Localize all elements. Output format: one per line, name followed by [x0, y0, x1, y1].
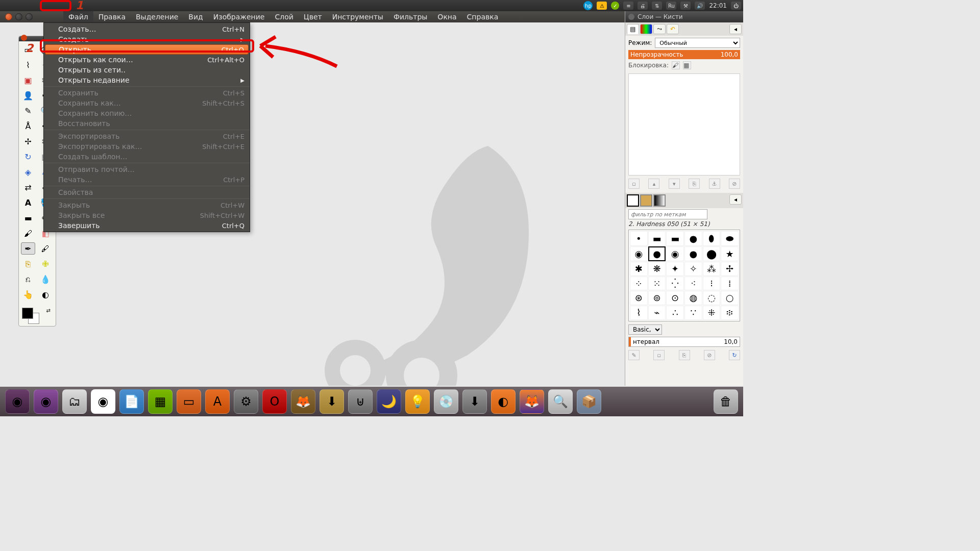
brush-item[interactable]: ∵: [684, 306, 702, 320]
brush-item[interactable]: ▬: [666, 231, 684, 246]
close-icon[interactable]: [21, 35, 27, 41]
airbrush-tool[interactable]: ✒: [21, 242, 35, 255]
settings-icon[interactable]: ⚙: [234, 389, 258, 414]
software-center-icon[interactable]: A: [205, 389, 230, 414]
blur-tool[interactable]: 💧: [38, 273, 53, 285]
tab-menu-button[interactable]: ◂: [729, 194, 742, 205]
window-minimize-button[interactable]: [15, 13, 22, 20]
foreground-select-tool[interactable]: 👤: [21, 89, 35, 102]
shear-tool[interactable]: ◈: [21, 166, 35, 178]
brasero-icon[interactable]: 💿: [434, 389, 458, 414]
menu-правка[interactable]: Правка: [93, 11, 131, 22]
brush-item[interactable]: ✢: [721, 262, 739, 276]
brush-item[interactable]: ◍: [684, 291, 702, 305]
edit-brush-button[interactable]: ✎: [628, 350, 640, 360]
opera-icon[interactable]: O: [262, 389, 287, 414]
brush-item[interactable]: ⌁: [648, 306, 666, 320]
delete-brush-button[interactable]: ⊘: [704, 350, 715, 360]
color-swatch[interactable]: ⇄: [21, 308, 54, 324]
by-color-select-tool[interactable]: ▣: [21, 74, 35, 86]
brushes-tab[interactable]: [627, 194, 639, 207]
chrome-icon[interactable]: ◉: [91, 389, 115, 414]
menu-item-открыть-как-слои-[interactable]: Открыть как слои…Ctrl+Alt+O: [44, 55, 250, 65]
menu-справка[interactable]: Справка: [462, 11, 504, 22]
brush-item[interactable]: ⁙: [648, 277, 666, 291]
foreground-color[interactable]: [22, 308, 33, 319]
raise-layer-button[interactable]: ▴: [648, 179, 659, 189]
paintbrush-tool[interactable]: 🖌: [21, 227, 35, 239]
smudge-tool[interactable]: 👆: [21, 288, 35, 300]
menu-вид[interactable]: Вид: [183, 11, 208, 22]
archive-icon[interactable]: 📦: [577, 389, 601, 414]
refresh-brush-button[interactable]: ↻: [729, 350, 740, 360]
menu-item-открыть-[interactable]: Открыть…Ctrl+O: [45, 44, 249, 55]
menu-слой[interactable]: Слой: [270, 11, 298, 22]
menu-icon[interactable]: ≡: [623, 2, 633, 10]
brush-item[interactable]: ✦: [666, 262, 684, 276]
brush-preset-select[interactable]: Basic,: [628, 324, 662, 335]
brush-item[interactable]: ⬤: [703, 246, 721, 262]
brush-item[interactable]: ⁂: [703, 262, 721, 276]
align-tool[interactable]: ✢: [21, 135, 35, 147]
stellarium-icon[interactable]: 🌙: [377, 389, 401, 414]
brush-item[interactable]: ፨: [721, 306, 739, 320]
new-brush-button[interactable]: ▫: [653, 350, 665, 360]
brush-item[interactable]: ⁘: [630, 277, 648, 291]
brush-item[interactable]: ∴: [666, 306, 684, 320]
brush-item[interactable]: ⁖: [684, 277, 702, 291]
brush-item[interactable]: ⊛: [630, 291, 648, 305]
color-picker-tool[interactable]: ✎: [21, 105, 35, 117]
menu-item-создать-[interactable]: Создать…Ctrl+N: [44, 24, 250, 34]
hp-icon[interactable]: hp: [583, 1, 593, 10]
firefox-icon[interactable]: 🦊: [520, 389, 544, 414]
brush-item[interactable]: ○: [721, 291, 739, 305]
anchor-layer-button[interactable]: ⚓: [709, 179, 720, 189]
impress-icon[interactable]: ▭: [177, 389, 201, 414]
brush-item[interactable]: ✱: [630, 262, 648, 276]
close-icon[interactable]: [628, 14, 634, 20]
brush-item[interactable]: •: [630, 231, 648, 246]
writer-icon[interactable]: 📄: [119, 389, 144, 414]
lower-layer-button[interactable]: ▾: [669, 179, 680, 189]
transmission-icon[interactable]: ⬇: [462, 389, 487, 414]
patterns-tab[interactable]: [640, 194, 652, 207]
duplicate-brush-button[interactable]: ⎘: [679, 350, 690, 360]
brush-filter-input[interactable]: [628, 209, 707, 219]
measure-tool[interactable]: Å: [21, 120, 35, 132]
ink-tool[interactable]: 🖋: [38, 242, 53, 255]
flip-tool[interactable]: ⇄: [21, 181, 35, 193]
menu-фильтры[interactable]: Фильтры: [388, 11, 432, 22]
menu-item-открыть-недавние[interactable]: Открыть недавние▶: [44, 75, 250, 85]
power-icon[interactable]: ⏻: [731, 2, 741, 10]
brush-item[interactable]: ⌇: [630, 306, 648, 320]
swap-colors-icon[interactable]: ⇄: [46, 308, 51, 313]
duplicate-layer-button[interactable]: ⎘: [689, 179, 700, 189]
keyboard-lang-icon[interactable]: Ru: [666, 2, 676, 10]
brush-item[interactable]: ▬: [648, 231, 666, 246]
window-maximize-button[interactable]: [26, 13, 33, 20]
brush-item[interactable]: ⁛: [666, 277, 684, 291]
layer-list[interactable]: [628, 73, 740, 176]
menu-инструменты[interactable]: Инструменты: [327, 11, 388, 22]
status-ok-icon[interactable]: ✓: [611, 2, 619, 10]
brush-item[interactable]: ⁜: [703, 306, 721, 320]
brush-item[interactable]: ◉: [630, 246, 648, 262]
brush-item[interactable]: ◌: [703, 291, 721, 305]
menu-изображение[interactable]: Изображение: [208, 11, 270, 22]
brush-item[interactable]: ⬬: [721, 231, 739, 246]
brush-item[interactable]: ⬮: [703, 231, 721, 246]
image-viewer-icon[interactable]: 🔍: [548, 389, 573, 414]
brush-interval-slider[interactable]: нтервал 10,0: [628, 337, 740, 347]
undo-tab[interactable]: ↶: [667, 24, 679, 34]
menu-файл[interactable]: Файл: [63, 11, 93, 22]
clock[interactable]: 22:01: [709, 2, 727, 9]
free-select-tool[interactable]: ⌇: [21, 59, 35, 71]
brush-item[interactable]: ●: [684, 246, 702, 262]
files-icon[interactable]: 🗂: [62, 389, 87, 414]
window-close-button[interactable]: [5, 13, 12, 20]
brush-item[interactable]: ◉: [666, 246, 684, 262]
layers-tab[interactable]: ▤: [627, 24, 639, 34]
tor-browser-icon[interactable]: ◉: [34, 389, 58, 414]
channels-tab[interactable]: [640, 24, 652, 34]
brush-item-selected[interactable]: ●: [648, 246, 666, 262]
